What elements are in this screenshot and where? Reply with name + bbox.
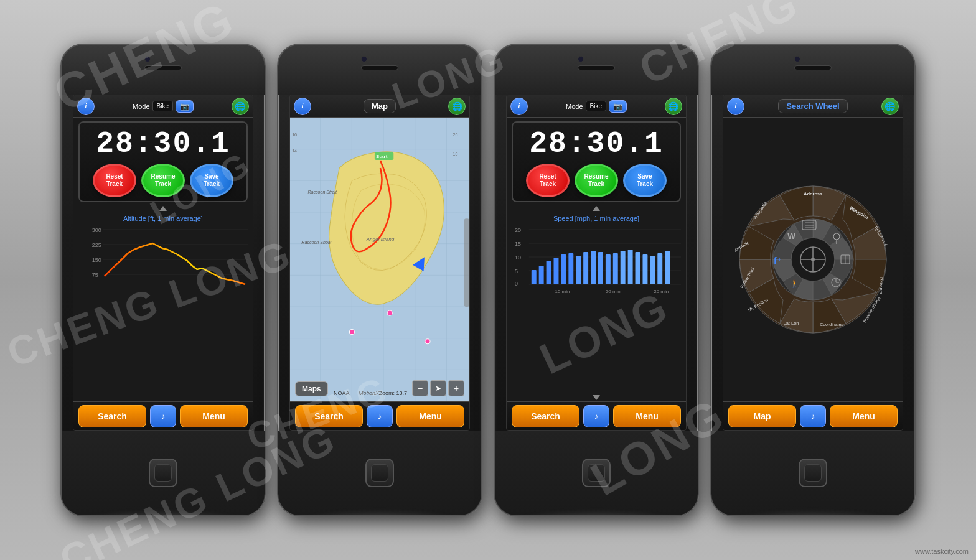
phone-3-screen: i Mode Bike 📷 🌐 28:30.1 xyxy=(506,95,687,431)
save-track-btn-3[interactable]: SaveTrack xyxy=(623,164,667,197)
mode-tag-1[interactable]: Bike xyxy=(152,101,173,111)
svg-text:Raccoon Shoal: Raccoon Shoal xyxy=(301,240,331,245)
camera-btn-1[interactable]: 📷 xyxy=(176,100,194,113)
svg-rect-60 xyxy=(636,252,640,284)
svg-rect-51 xyxy=(568,253,573,284)
phone-3-speaker xyxy=(578,65,615,70)
reset-track-btn-3[interactable]: ResetTrack xyxy=(526,164,570,197)
search-btn-3[interactable]: Search xyxy=(512,405,580,427)
svg-rect-49 xyxy=(554,258,559,284)
svg-rect-54 xyxy=(591,251,596,284)
maps-label-btn[interactable]: Maps xyxy=(295,381,328,396)
svg-text:75: 75 xyxy=(92,272,98,278)
phone-2-info-btn[interactable]: i xyxy=(294,98,311,115)
svg-text:150: 150 xyxy=(92,257,101,263)
music-btn-1[interactable]: ♪ xyxy=(150,405,176,427)
phone-2-camera xyxy=(361,56,367,62)
music-btn-3[interactable]: ♪ xyxy=(583,405,609,427)
wheel-container[interactable]: Address Waypoint TipTop* Tool Recents Ra… xyxy=(723,118,903,401)
phone-1-content: i Mode Bike 📷 🌐 28:30.1 xyxy=(73,95,253,430)
phone-2-bottom-toolbar: Search ♪ Menu xyxy=(290,401,469,430)
info-icon-3: i xyxy=(518,103,520,110)
home-btn-inner-1 xyxy=(154,464,172,482)
phone-4-content: i Search Wheel 🌐 xyxy=(723,95,903,430)
mode-label-1: Mode xyxy=(133,103,150,110)
phone-1-screen: i Mode Bike 📷 🌐 28:30.1 xyxy=(73,95,253,431)
menu-btn-2[interactable]: Menu xyxy=(396,405,464,427)
svg-rect-46 xyxy=(532,270,537,284)
menu-btn-1[interactable]: Menu xyxy=(180,405,248,427)
music-btn-2[interactable]: ♪ xyxy=(367,405,393,427)
phone-1-timer-btns: ResetTrack ResumeTrack SaveTrack xyxy=(85,164,242,197)
menu-btn-3[interactable]: Menu xyxy=(613,405,681,427)
resume-track-btn-3[interactable]: ResumeTrack xyxy=(575,164,618,197)
svg-text:Address: Address xyxy=(804,191,822,197)
phone-3-info-btn[interactable]: i xyxy=(510,98,528,115)
phone-1-chart-title: Altitude [ft, 1 min average] xyxy=(78,215,248,222)
svg-point-32 xyxy=(349,329,354,334)
map-area[interactable]: Start 16 14 26 10 Angel Island Raccoon S… xyxy=(290,118,469,401)
svg-rect-64 xyxy=(665,251,670,284)
phone-3-chart: 20 15 10 5 0 xyxy=(512,223,681,292)
svg-text:Angel Island: Angel Island xyxy=(366,236,395,242)
zoom-level: Zoom: 13.7 xyxy=(378,390,407,396)
svg-text:Start: Start xyxy=(376,154,388,159)
mode-tag-3[interactable]: Bike xyxy=(586,101,606,111)
svg-text:25 min: 25 min xyxy=(654,289,669,294)
phone-3-chart-area: Speed [mph, 1 min average] 20 15 10 5 0 xyxy=(512,215,681,391)
phone-4-speaker xyxy=(794,65,832,70)
menu-btn-4[interactable]: Menu xyxy=(830,405,898,427)
search-btn-2[interactable]: Search xyxy=(295,405,363,427)
svg-text:16: 16 xyxy=(292,133,297,138)
phone-3-home-btn[interactable] xyxy=(582,459,611,487)
svg-rect-35 xyxy=(464,218,469,307)
search-btn-1[interactable]: Search xyxy=(78,405,146,427)
camera-btn-3[interactable]: 📷 xyxy=(609,100,627,113)
phone-2-screen: i Map 🌐 xyxy=(289,95,470,431)
music-icon-2: ♪ xyxy=(378,411,382,421)
svg-rect-58 xyxy=(621,251,626,284)
phone-1-topbar: i Mode Bike 📷 🌐 xyxy=(73,95,253,118)
phone-4-screen: i Search Wheel 🌐 xyxy=(723,95,903,431)
phone-3-content: i Mode Bike 📷 🌐 28:30.1 xyxy=(507,95,686,430)
music-icon-3: ♪ xyxy=(594,411,599,421)
svg-rect-52 xyxy=(576,256,581,284)
website-credit: www.taskcity.com xyxy=(915,548,969,555)
svg-rect-59 xyxy=(628,250,633,284)
phone-4-home-btn[interactable] xyxy=(799,459,827,487)
svg-text:10: 10 xyxy=(453,152,458,157)
phone-4-top xyxy=(711,45,914,95)
locate-btn[interactable]: ➤ xyxy=(430,380,446,396)
mode-label-3: Mode xyxy=(566,103,583,110)
resume-track-btn-1[interactable]: ResumeTrack xyxy=(141,164,185,197)
phone-4-globe-btn[interactable]: 🌐 xyxy=(881,98,899,115)
phone-1-bottom xyxy=(62,431,265,515)
phone-2-home-btn[interactable] xyxy=(365,459,394,487)
svg-text:Lat Lon: Lat Lon xyxy=(783,320,799,326)
zoom-out-btn[interactable]: − xyxy=(412,380,428,396)
phone-3-topbar: i Mode Bike 📷 🌐 xyxy=(507,95,686,118)
svg-text:0: 0 xyxy=(515,281,518,287)
phone-1-home-btn[interactable] xyxy=(149,459,177,487)
phone-1-bottom-toolbar: Search ♪ Menu xyxy=(73,401,253,430)
svg-rect-47 xyxy=(539,266,544,284)
phone-1-globe-btn[interactable]: 🌐 xyxy=(232,98,249,115)
zoom-in-btn[interactable]: + xyxy=(448,380,464,396)
svg-rect-57 xyxy=(613,253,618,284)
svg-text:225: 225 xyxy=(92,242,101,248)
phone-1-camera xyxy=(144,56,151,62)
phone-4-info-btn[interactable]: i xyxy=(727,98,744,115)
svg-text:W: W xyxy=(787,231,796,241)
phone-3-top xyxy=(495,45,698,95)
maps-label: Maps xyxy=(302,385,321,393)
phone-2-globe-btn[interactable]: 🌐 xyxy=(448,98,466,115)
phone-2-content: i Map 🌐 xyxy=(290,95,469,430)
phone-3-timer-display: 28:30.1 ResetTrack ResumeTrack SaveTrack xyxy=(512,121,681,202)
music-btn-4[interactable]: ♪ xyxy=(800,405,826,427)
phone-3-timer: 28:30.1 xyxy=(518,129,675,159)
phone-3-globe-btn[interactable]: 🌐 xyxy=(665,98,682,115)
save-track-btn-1[interactable]: SaveTrack xyxy=(190,164,233,197)
phone-1-info-btn[interactable]: i xyxy=(77,98,95,115)
map-btn-4[interactable]: Map xyxy=(728,405,796,427)
reset-track-btn-1[interactable]: ResetTrack xyxy=(93,164,136,197)
